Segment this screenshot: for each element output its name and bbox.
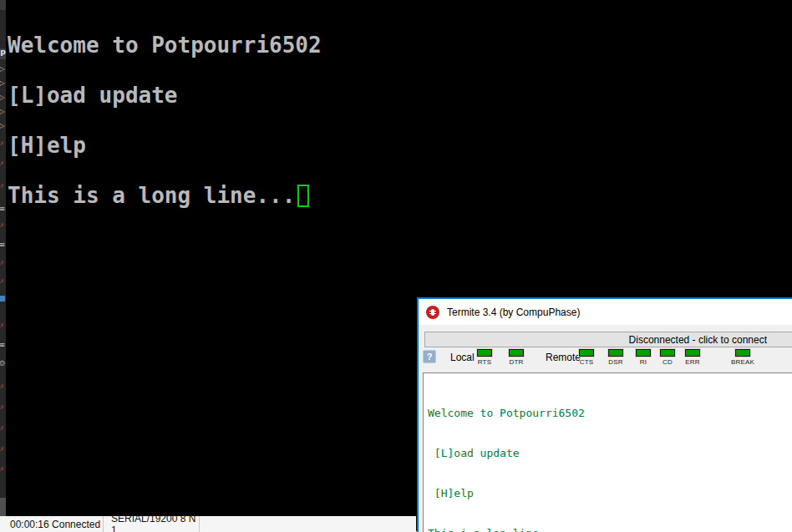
marker-icon: ✗ xyxy=(0,259,6,267)
play-icon: ▷ xyxy=(0,79,6,88)
dtr-led-indicator[interactable] xyxy=(509,349,524,357)
local-label: Local xyxy=(450,352,475,363)
break-led-group: BREAK xyxy=(729,349,757,366)
cd-led-group: CD xyxy=(655,349,680,366)
termite-window-title: Termite 3.4 (by CompuPhase) xyxy=(447,307,580,318)
marker-icon: ✗ xyxy=(0,383,6,391)
play-icon: ▷ xyxy=(0,94,6,102)
terminal-output: Welcome to Potpourri6502 [L]oad update [… xyxy=(8,20,322,220)
session-status-text: 00:00:16 Connected xyxy=(10,519,100,530)
termite-window: Termite 3.4 (by CompuPhase) Disconnected… xyxy=(417,297,792,532)
terminal-status-bar: 00:00:16 Connected SERIAL/19200 8 N 1 xyxy=(0,516,417,532)
terminal-line: This is a long line... xyxy=(8,170,322,220)
termite-titlebar[interactable]: Termite 3.4 (by CompuPhase) xyxy=(419,299,792,325)
terminal-line-text: [H]elp xyxy=(8,133,86,158)
termite-line: [L]oad update xyxy=(428,447,792,460)
cd-led-label: CD xyxy=(663,358,673,366)
termite-line: [H]elp xyxy=(428,487,792,500)
err-led-indicator xyxy=(685,349,700,357)
desktop: Welcome to Potpourri6502 [L]oad update [… xyxy=(0,0,792,532)
dsr-led-label: DSR xyxy=(608,358,623,366)
termite-bug-icon xyxy=(426,306,439,319)
play-icon: ▷ xyxy=(0,122,6,130)
marker-icon: ✗ xyxy=(0,277,6,286)
dsr-led-group: DSR xyxy=(603,349,628,366)
break-led-indicator xyxy=(735,349,750,357)
menu-icon: ≡ xyxy=(0,205,6,213)
p-badge-icon: P xyxy=(0,48,6,59)
termite-line: Welcome to Potpourri6502 xyxy=(428,407,792,420)
terminal-cursor xyxy=(297,185,309,207)
cd-led-indicator xyxy=(660,349,675,357)
connection-status-bar[interactable]: Disconnected - click to connect xyxy=(424,332,792,347)
termite-line: This i a lon line.. xyxy=(428,527,792,532)
strip-bottom-segment xyxy=(0,498,6,516)
rts-led-group[interactable]: RTS xyxy=(472,349,497,366)
marker-icon: ✗ xyxy=(0,403,6,412)
gear-icon: ⚙ xyxy=(0,359,6,367)
ri-led-group: RI xyxy=(631,349,656,366)
status-bar-spacer xyxy=(200,516,417,532)
cube-icon: ■ xyxy=(0,294,6,302)
marker-icon: ✗ xyxy=(0,445,6,453)
dtr-led-group[interactable]: DTR xyxy=(504,349,529,366)
background-window-edge: P▷▷▷▷▷✗✗✗≡✗≡✗✗■✗≡⚙✗✗✗✗✗ xyxy=(0,0,6,516)
dsr-led-indicator xyxy=(608,349,623,357)
play-icon: ▷ xyxy=(0,108,6,116)
cts-led-indicator xyxy=(579,349,594,357)
marker-icon: ✗ xyxy=(0,221,6,230)
terminal-line: Welcome to Potpourri6502 xyxy=(8,20,322,70)
ri-led-label: RI xyxy=(640,358,647,366)
rts-led-indicator[interactable] xyxy=(477,349,492,357)
connection-time-status: 00:00:16 Connected xyxy=(0,516,104,532)
terminal-line: [L]oad update xyxy=(8,70,322,120)
ri-led-indicator xyxy=(636,349,651,357)
port-settings-text: SERIAL/19200 8 N 1 xyxy=(111,513,199,532)
marker-icon: ✗ xyxy=(0,465,6,474)
err-led-group: ERR xyxy=(680,349,705,366)
help-button[interactable]: ? xyxy=(423,350,436,363)
marker-icon: ✗ xyxy=(0,160,6,168)
dtr-led-label: DTR xyxy=(509,358,523,366)
cts-led-label: CTS xyxy=(580,358,594,366)
termite-toolbar: ? Local RTS DTR Remote CTS DSR RI xyxy=(419,347,792,372)
cts-led-group: CTS xyxy=(574,349,599,366)
menu-icon: ≡ xyxy=(0,341,6,349)
termite-receive-area[interactable]: Welcome to Potpourri6502 [L]oad update [… xyxy=(423,372,792,532)
menu-icon: ≡ xyxy=(0,241,6,249)
rts-led-label: RTS xyxy=(478,358,491,366)
marker-icon: ✗ xyxy=(0,424,6,433)
strip-top-segment xyxy=(0,0,6,10)
marker-icon: ✗ xyxy=(0,139,6,148)
terminal-line-text: [L]oad update xyxy=(8,83,178,108)
break-led-label: BREAK xyxy=(731,358,754,366)
terminal-line: [H]elp xyxy=(8,120,322,170)
terminal-line-text: Welcome to Potpourri6502 xyxy=(8,33,322,58)
serial-settings-status: SERIAL/19200 8 N 1 xyxy=(104,516,200,532)
play-icon: ▷ xyxy=(0,65,6,73)
err-led-label: ERR xyxy=(685,358,700,366)
connection-status-text: Disconnected - click to connect xyxy=(629,334,767,346)
terminal-line-text: This is a long line... xyxy=(8,183,295,208)
marker-icon: ✗ xyxy=(0,322,6,330)
marker-icon: ✗ xyxy=(0,182,6,190)
